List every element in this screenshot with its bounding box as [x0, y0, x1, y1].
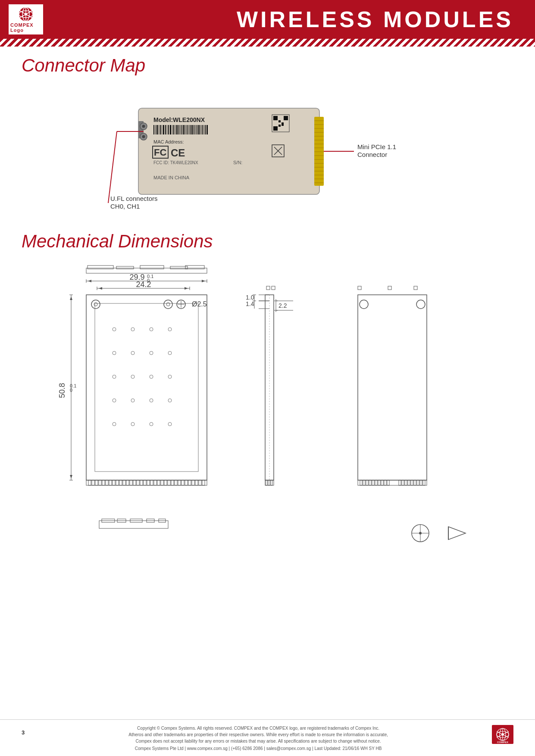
svg-rect-212 — [360, 480, 362, 485]
svg-rect-153 — [137, 480, 139, 485]
svg-rect-144 — [106, 480, 108, 485]
svg-rect-47 — [178, 125, 179, 134]
svg-rect-230 — [423, 480, 425, 485]
svg-rect-62 — [203, 125, 204, 134]
svg-rect-221 — [387, 480, 389, 485]
svg-rect-37 — [162, 125, 162, 134]
svg-rect-209 — [358, 295, 427, 480]
svg-marker-99 — [202, 280, 205, 282]
svg-point-136 — [131, 422, 135, 426]
svg-rect-171 — [199, 480, 201, 485]
mechanical-diagram-svg: 29.9 0.1 0 24.2 Ø — [22, 260, 513, 519]
svg-point-129 — [150, 375, 153, 378]
svg-rect-68 — [273, 126, 278, 131]
svg-text:0: 0 — [70, 387, 72, 393]
svg-text:COMPEX: COMPEX — [497, 741, 508, 744]
svg-text:Model:WLE200NX: Model:WLE200NX — [153, 116, 205, 123]
footer-contact: Compex Systems Pte Ltd | www.compex.com.… — [25, 746, 492, 751]
svg-rect-207 — [388, 286, 391, 290]
svg-rect-155 — [144, 480, 146, 485]
svg-rect-49 — [181, 125, 182, 134]
svg-rect-67 — [284, 116, 288, 120]
svg-rect-109 — [86, 295, 207, 480]
svg-point-132 — [131, 399, 135, 402]
header-title: WIRELESS MODULES — [43, 6, 526, 32]
svg-rect-42 — [170, 125, 171, 134]
svg-point-124 — [131, 351, 135, 355]
svg-rect-147 — [116, 480, 119, 485]
svg-text:FCC   ID: TK4WLE20NX: FCC ID: TK4WLE20NX — [153, 160, 198, 165]
svg-rect-71 — [278, 125, 281, 127]
svg-rect-204 — [271, 480, 272, 485]
svg-point-138 — [168, 422, 172, 426]
svg-point-121 — [150, 328, 153, 331]
svg-rect-48 — [180, 125, 181, 134]
svg-text:U.FL connectors: U.FL connectors — [110, 195, 158, 202]
svg-rect-158 — [154, 480, 156, 485]
svg-text:FC: FC — [154, 147, 166, 158]
svg-rect-218 — [378, 480, 380, 485]
svg-rect-43 — [172, 125, 172, 134]
svg-rect-151 — [130, 480, 132, 485]
svg-point-28 — [142, 125, 145, 128]
view-symbol-svg — [444, 522, 470, 544]
svg-rect-164 — [175, 480, 177, 485]
svg-rect-54 — [190, 125, 191, 134]
footer-logo: COMPEX — [492, 725, 513, 746]
svg-text:1.4: 1.4 — [246, 300, 254, 307]
svg-text:CE: CE — [171, 147, 185, 159]
svg-text:Ø2.5: Ø2.5 — [192, 300, 207, 308]
svg-rect-143 — [102, 480, 105, 485]
svg-rect-50 — [183, 125, 185, 134]
svg-point-241 — [419, 532, 422, 534]
svg-point-125 — [150, 351, 153, 355]
svg-rect-222 — [399, 480, 401, 485]
svg-rect-227 — [414, 480, 416, 485]
svg-rect-154 — [140, 480, 143, 485]
svg-rect-51 — [185, 125, 186, 134]
svg-text:50.8: 50.8 — [58, 383, 66, 398]
svg-point-119 — [113, 328, 116, 331]
svg-marker-106 — [99, 287, 102, 290]
svg-rect-203 — [268, 480, 270, 485]
svg-rect-64 — [206, 125, 208, 134]
svg-rect-55 — [191, 125, 193, 134]
svg-rect-226 — [411, 480, 413, 485]
svg-point-211 — [416, 300, 425, 309]
svg-rect-93 — [170, 266, 188, 269]
svg-rect-60 — [200, 125, 201, 134]
section-indicator-svg — [65, 512, 323, 547]
svg-rect-166 — [181, 480, 184, 485]
svg-rect-224 — [405, 480, 407, 485]
svg-rect-182 — [266, 286, 270, 290]
svg-rect-41 — [168, 125, 169, 134]
connector-map-svg: Model:WLE200NX — [31, 87, 505, 220]
stripe-bar — [0, 39, 535, 47]
svg-rect-141 — [95, 480, 98, 485]
svg-rect-36 — [160, 125, 161, 134]
svg-point-131 — [113, 399, 116, 402]
svg-point-6 — [25, 13, 27, 16]
svg-text:Connector: Connector — [357, 151, 387, 158]
svg-rect-223 — [402, 480, 404, 485]
svg-rect-213 — [363, 480, 365, 485]
svg-rect-40 — [167, 125, 167, 134]
datum-symbol-svg — [410, 522, 435, 544]
svg-rect-228 — [417, 480, 419, 485]
svg-rect-94 — [185, 266, 204, 269]
svg-rect-206 — [358, 286, 361, 290]
svg-rect-33 — [155, 125, 156, 134]
svg-point-123 — [113, 351, 116, 355]
svg-rect-152 — [133, 480, 136, 485]
svg-rect-91 — [116, 266, 134, 269]
svg-rect-229 — [420, 480, 422, 485]
svg-rect-35 — [159, 125, 159, 134]
svg-rect-214 — [366, 480, 368, 485]
svg-point-137 — [150, 422, 153, 426]
svg-rect-140 — [92, 480, 94, 485]
svg-text:2.2: 2.2 — [278, 302, 287, 309]
svg-rect-216 — [372, 480, 374, 485]
svg-rect-69 — [278, 120, 281, 122]
svg-point-112 — [94, 303, 97, 306]
svg-rect-145 — [109, 480, 112, 485]
